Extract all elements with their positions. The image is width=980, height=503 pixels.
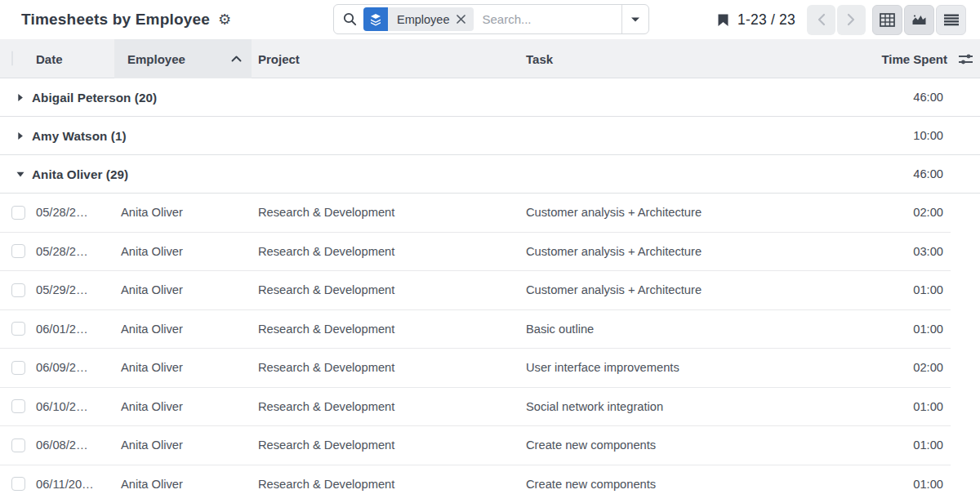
pager-previous-button[interactable] xyxy=(807,5,835,35)
cell-time: 03:00 xyxy=(833,233,951,272)
cell-project: Research & Development xyxy=(252,388,519,427)
cell-employee: Anita Oliver xyxy=(114,310,252,349)
group-total-time: 46:00 xyxy=(833,167,951,180)
row-checkbox[interactable] xyxy=(11,206,25,220)
cell-date: 06/11/20… xyxy=(29,465,114,503)
cell-time: 01:00 xyxy=(833,310,951,349)
group-row[interactable]: Abigail Peterson (20) 46:00 xyxy=(0,78,980,117)
search-bar[interactable]: Employee Search... xyxy=(333,4,649,34)
cell-task: Customer analysis + Architecture xyxy=(519,271,833,310)
column-header-project[interactable]: Project xyxy=(252,52,519,66)
cell-time: 02:00 xyxy=(833,349,951,388)
pager-range: 1-23 / 23 xyxy=(737,11,795,29)
control-panel: Timesheets by Employee ⚙ Employee Search… xyxy=(0,0,980,39)
cell-date: 05/28/2… xyxy=(29,233,114,272)
cell-task: Customer analysis + Architecture xyxy=(519,194,833,233)
pivot-table-icon xyxy=(880,13,895,27)
group-name: Abigail Peterson (20) xyxy=(32,91,157,105)
cell-employee: Anita Oliver xyxy=(114,194,252,233)
cell-employee: Anita Oliver xyxy=(114,426,252,465)
row-checkbox[interactable] xyxy=(11,283,25,297)
table-row[interactable]: 05/28/2… Anita Oliver Research & Develop… xyxy=(0,233,980,272)
chevron-right-icon xyxy=(847,13,856,26)
chevron-left-icon xyxy=(817,13,826,26)
sliders-icon xyxy=(958,52,973,66)
cell-project: Research & Development xyxy=(252,233,519,272)
cell-task: Create new components xyxy=(519,426,833,465)
gear-icon[interactable]: ⚙ xyxy=(218,12,231,27)
group-expand-caret-icon[interactable] xyxy=(16,171,24,177)
cell-date: 06/09/2… xyxy=(29,349,114,388)
row-checkbox[interactable] xyxy=(11,477,25,491)
table-row[interactable]: 06/10/2… Anita Oliver Research & Develop… xyxy=(0,388,980,427)
cell-task: Basic outline xyxy=(519,310,833,349)
group-expand-caret-icon[interactable] xyxy=(16,133,24,139)
cell-employee: Anita Oliver xyxy=(114,465,252,503)
column-header-time-spent[interactable]: Time Spent xyxy=(833,52,951,66)
facet-remove-icon[interactable] xyxy=(457,15,466,24)
cell-date: 06/08/2… xyxy=(29,426,114,465)
cell-project: Research & Development xyxy=(252,426,519,465)
table-row[interactable]: 05/29/2… Anita Oliver Research & Develop… xyxy=(0,271,980,310)
cell-date: 05/28/2… xyxy=(29,194,114,233)
cell-task: Social network integration xyxy=(519,388,833,427)
view-switcher-list-button[interactable] xyxy=(936,5,966,35)
group-row[interactable]: Amy Watson (1) 10:00 xyxy=(0,117,980,155)
group-row[interactable]: Anita Oliver (29) 46:00 xyxy=(0,155,980,194)
row-checkbox[interactable] xyxy=(11,438,25,452)
search-options-toggle[interactable] xyxy=(621,5,648,33)
cell-task: Customer analysis + Architecture xyxy=(519,233,833,272)
row-checkbox[interactable] xyxy=(11,244,25,258)
pager-next-button[interactable] xyxy=(837,5,866,35)
row-checkbox[interactable] xyxy=(11,361,25,375)
page-title: Timesheets by Employee xyxy=(21,11,210,29)
group-name: Amy Watson (1) xyxy=(32,129,127,143)
cell-time: 01:00 xyxy=(833,271,951,310)
cell-employee: Anita Oliver xyxy=(114,388,252,427)
search-facet-employee[interactable]: Employee xyxy=(363,7,474,31)
cell-date: 06/01/2… xyxy=(29,310,114,349)
cell-project: Research & Development xyxy=(252,349,519,388)
cell-date: 05/29/2… xyxy=(29,271,114,310)
column-header-task[interactable]: Task xyxy=(519,52,833,66)
facet-label: Employee xyxy=(397,13,449,26)
area-chart-icon xyxy=(911,13,927,26)
search-input[interactable]: Search... xyxy=(482,12,621,26)
table-header: Date Employee Project Task Time Spent xyxy=(0,39,980,78)
sort-asc-icon xyxy=(231,56,242,62)
favorite-bookmark-icon[interactable] xyxy=(717,13,729,27)
chevron-down-icon xyxy=(630,16,640,23)
column-header-date[interactable]: Date xyxy=(29,52,114,66)
cell-time: 01:00 xyxy=(833,388,951,427)
table-row[interactable]: 06/01/2… Anita Oliver Research & Develop… xyxy=(0,310,980,349)
column-header-employee[interactable]: Employee xyxy=(114,39,252,78)
cell-time: 02:00 xyxy=(833,194,951,233)
table-row[interactable]: 06/08/2… Anita Oliver Research & Develop… xyxy=(0,426,980,465)
select-all-checkbox[interactable] xyxy=(0,51,29,66)
table-body: Abigail Peterson (20) 46:00 Amy Watson (… xyxy=(0,78,980,503)
row-checkbox[interactable] xyxy=(11,322,25,336)
cell-task: User interface improvements xyxy=(519,349,833,388)
row-checkbox[interactable] xyxy=(11,399,25,413)
search-icon xyxy=(334,12,363,26)
group-total-time: 10:00 xyxy=(833,129,951,142)
cell-time: 01:00 xyxy=(833,426,951,465)
list-icon xyxy=(944,14,959,26)
view-switcher-pivot-button[interactable] xyxy=(872,5,902,35)
cell-project: Research & Development xyxy=(252,465,519,503)
cell-project: Research & Development xyxy=(252,310,519,349)
group-total-time: 46:00 xyxy=(833,91,951,104)
table-row[interactable]: 05/28/2… Anita Oliver Research & Develop… xyxy=(0,194,980,233)
cell-date: 06/10/2… xyxy=(29,388,114,427)
group-expand-caret-icon[interactable] xyxy=(16,95,24,100)
groupby-layers-icon xyxy=(363,7,388,31)
cell-employee: Anita Oliver xyxy=(114,233,252,272)
table-row[interactable]: 06/11/20… Anita Oliver Research & Develo… xyxy=(0,465,980,503)
table-row[interactable]: 06/09/2… Anita Oliver Research & Develop… xyxy=(0,349,980,388)
cell-time: 01:00 xyxy=(833,465,951,503)
optional-columns-toggle[interactable] xyxy=(951,39,980,78)
group-name: Anita Oliver (29) xyxy=(32,167,128,181)
cell-project: Research & Development xyxy=(252,194,519,233)
cell-project: Research & Development xyxy=(252,271,519,310)
view-switcher-graph-button[interactable] xyxy=(904,5,934,35)
